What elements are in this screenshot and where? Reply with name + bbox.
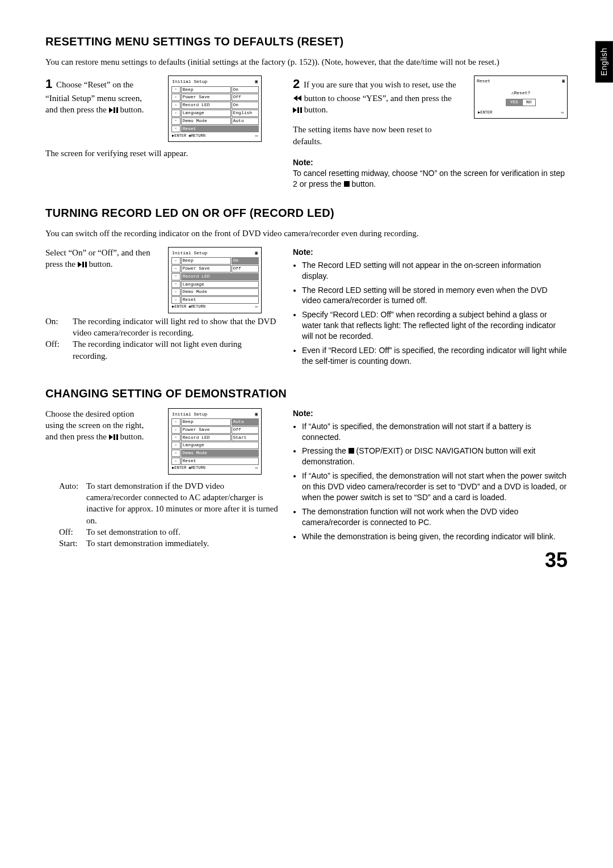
step-2-text-c: button.	[302, 105, 328, 114]
osd-row-icon: ▫	[171, 442, 180, 449]
osd-row-label: Reset	[181, 296, 259, 304]
note-list-3: If “Auto” is specified, the demonstratio…	[293, 421, 568, 542]
intro-reset: You can restore menu settings to default…	[45, 56, 568, 68]
note-label-2: Note:	[293, 247, 568, 258]
osd-row-icon: ▫	[171, 450, 180, 457]
osd-row-icon: ▫	[171, 281, 180, 288]
osd-row-label: Beep	[181, 418, 231, 426]
osd-initial-setup-3: Initial Setup▣ ▫BeepAuto▫Power SaveOff▫R…	[168, 408, 262, 475]
osd-row-label: Record LED	[181, 434, 231, 442]
osd-row-value: Start	[232, 434, 259, 442]
osd-row: ▫Reset	[171, 458, 259, 466]
play-pause-icon	[109, 431, 118, 443]
osd-row-icon: ▫	[171, 458, 180, 465]
note-label-1: Note:	[293, 157, 568, 168]
osd-row-value: On	[232, 86, 259, 94]
off-text: The recording indicator will not light e…	[73, 338, 278, 362]
osd-row: ▫Power SaveOff	[171, 426, 259, 434]
page-number: 35	[545, 547, 568, 575]
osd-row: ▫Record LED	[171, 272, 259, 280]
svg-marker-12	[109, 434, 113, 440]
osd-row: ▫BeepOn	[171, 257, 259, 265]
stop-icon	[349, 446, 354, 455]
osd-row-icon: ▫	[171, 110, 180, 117]
note-item: Pressing the (STOP/EXIT) or DISC NAVIGAT…	[302, 446, 568, 467]
osd-row: ▫Power SaveOff	[171, 265, 259, 272]
note-list-2: The Record LED setting will not appear i…	[293, 260, 568, 367]
osd-row-label: Language	[181, 281, 259, 288]
step-1-number: 1	[45, 77, 52, 91]
start-text: To start demonstration immediately.	[86, 538, 209, 549]
osd-row-value: English	[232, 110, 259, 117]
note-item: Specify “Record LED: Off” when recording…	[302, 309, 568, 342]
note-item: The demonstration function will not work…	[302, 506, 568, 528]
note-item: Even if “Record LED: Off” is specified, …	[302, 345, 568, 367]
start-label: Start:	[59, 538, 83, 549]
osd-row-label: Record LED	[181, 273, 259, 280]
osd-row-label: Beep	[181, 257, 231, 265]
note-item: The Record LED setting will not appear i…	[302, 260, 568, 282]
svg-rect-10	[82, 262, 84, 267]
off-label: Off:	[45, 338, 69, 362]
osd-row-value: On	[232, 102, 259, 109]
osd-row: ▫Demo Mode	[171, 450, 259, 458]
osd-row-value: Auto	[232, 118, 259, 125]
osd-row-icon: ▫	[171, 288, 180, 296]
dlg-prompt: Reset?	[514, 90, 531, 95]
step-2-caption: The setting items have now been reset to…	[293, 124, 459, 147]
osd-row: ▫Power SaveOff	[171, 94, 259, 102]
osd-row-label: Language	[181, 110, 231, 117]
osd3-title: Initial Setup	[172, 412, 207, 418]
camera-icon: ▣	[255, 79, 258, 85]
osd-row-value: Off	[232, 94, 259, 101]
heading-demo: CHANGING SETTING OF DEMONSTRATION	[45, 386, 568, 401]
osd-row-icon: ▫	[171, 296, 180, 304]
section-demo: CHANGING SETTING OF DEMONSTRATION Choose…	[45, 386, 568, 550]
step-1-caption: The screen for verifying reset will appe…	[45, 148, 278, 159]
svg-rect-13	[114, 434, 115, 440]
osd-row-label: Beep	[181, 86, 231, 94]
osd-row-icon: ▫	[171, 418, 180, 426]
osd-row-icon: ▫	[171, 265, 180, 272]
play-pause-icon	[293, 104, 302, 116]
osd3-return: RETURN	[191, 466, 205, 470]
dlg-title: Reset	[477, 78, 490, 85]
note-item: If “Auto” is specified, the demonstratio…	[302, 471, 568, 503]
svg-rect-15	[349, 448, 354, 454]
on-text: The recording indicator will light red t…	[73, 316, 278, 339]
svg-marker-0	[109, 107, 113, 113]
osd-row-label: Power Save	[181, 94, 231, 101]
osd1-title: Initial Setup	[172, 79, 207, 85]
heading-record-led: TURNING RECORD LED ON OR OFF (RECORD LED…	[45, 206, 568, 221]
osd-row-label: Demo Mode	[181, 288, 259, 296]
camera-icon: ▣	[562, 78, 565, 85]
osd-row: ▫Demo ModeAuto	[171, 117, 259, 125]
osd-row: ▫Demo Mode	[171, 288, 259, 296]
osd-row: ▫BeepOn	[171, 86, 259, 94]
osd-row-label: Language	[181, 442, 259, 449]
step-2-text-b: button to choose “YES”, and then press t…	[302, 94, 452, 103]
osd-row: ▫LanguageEnglish	[171, 109, 259, 117]
osd-row-icon: ▫	[171, 102, 180, 109]
osd-initial-setup-2: Initial Setup▣ ▫BeepOn▫Power SaveOff▫Rec…	[168, 247, 262, 313]
note-item: While the demonstration is being given, …	[302, 531, 568, 542]
osd-row-icon: ▫	[171, 118, 180, 125]
note-label-3: Note:	[293, 408, 568, 419]
section-reset: RESETTING MENU SETTINGS TO DEFAULTS (RES…	[45, 34, 568, 190]
osd-row-icon: ▫	[171, 273, 180, 280]
osd-row-value: On	[232, 257, 259, 265]
camera-icon: ▣	[255, 412, 258, 418]
osd-row-icon: ▫	[171, 434, 180, 442]
on-label: On:	[45, 316, 69, 339]
stop-icon	[344, 179, 350, 188]
osd2-enter: ENTER	[174, 304, 186, 309]
osd-row-value: Off	[232, 265, 259, 272]
auto-text: To start demonstration if the DVD video …	[86, 480, 278, 526]
dlg-no: NO	[522, 99, 536, 106]
svg-rect-8	[344, 181, 350, 187]
auto-label: Auto:	[59, 480, 83, 526]
osd-row-icon: ▫	[171, 125, 180, 133]
osd-row-value: Auto	[232, 418, 259, 426]
svg-marker-3	[293, 95, 297, 101]
osd-row-label: Reset	[181, 125, 259, 133]
